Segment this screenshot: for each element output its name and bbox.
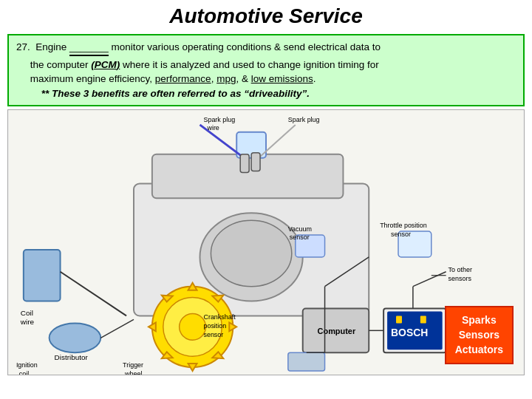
badge-line1: Sparks [455,313,503,328]
svg-text:Crankshaft: Crankshaft [203,314,236,321]
svg-text:sensor: sensor [290,233,310,241]
svg-rect-47 [420,316,426,324]
info-line4: ** These 3 benefits are often referred t… [16,86,516,101]
svg-text:sensor: sensor [203,332,223,339]
text3: where it is analyzed and used to change … [120,59,378,70]
svg-text:position: position [203,323,226,330]
svg-text:BOSCH: BOSCH [391,327,428,339]
info-line3: maximum engine efficiency, performance, … [16,72,516,86]
svg-rect-48 [288,352,325,371]
diagram-area: Coil wire Distributor Vacuum sensor Thro… [7,109,525,375]
info-box: 27. Engine _______ monitor various opera… [7,34,525,106]
blank-word: _______ [69,40,109,56]
svg-text:Computer: Computer [318,327,356,336]
svg-rect-9 [251,153,260,171]
svg-rect-8 [240,154,249,173]
text4: maximum engine efficiency, [30,73,155,84]
svg-text:Spark plug: Spark plug [288,116,320,123]
svg-point-14 [50,324,101,353]
svg-point-29 [180,314,206,341]
text5: . [313,73,316,84]
svg-point-4 [211,220,291,287]
svg-rect-10 [24,250,61,301]
svg-text:sensors: sensors [449,275,472,282]
svg-text:Distributor: Distributor [55,353,89,361]
underline-emissions: low emissions [251,73,313,84]
svg-rect-46 [396,316,402,324]
sep2: , & [236,73,250,84]
svg-text:wire: wire [20,318,35,327]
svg-text:wheel: wheel [124,370,142,375]
text2: the computer [30,59,92,70]
svg-text:Vacuum: Vacuum [288,225,312,233]
svg-text:Ignition: Ignition [16,361,38,369]
svg-text:coil: coil [19,370,29,375]
underline-performance: performance [155,73,211,84]
svg-text:sensor: sensor [391,231,411,238]
pcm-label: (PCM) [91,59,120,70]
svg-text:Throttle position: Throttle position [380,222,427,229]
info-line1: 27. Engine _______ monitor various opera… [16,40,516,56]
footnote: ** These 3 benefits are often referred t… [41,88,310,99]
badge-line2: Sensors [455,328,503,343]
svg-text:Trigger: Trigger [123,361,143,369]
page-container: Automotive Service 27. Engine _______ mo… [0,0,532,399]
svg-text:Coil: Coil [21,310,33,318]
svg-text:Spark plug: Spark plug [203,116,235,123]
badge-line3: Actuators [455,343,503,358]
sparks-badge: Sparks Sensors Actuators [445,306,514,364]
title-bar: Automotive Service [0,0,532,31]
svg-text:wire: wire [206,124,219,132]
svg-text:To other: To other [449,266,472,273]
page-title: Automotive Service [169,4,362,27]
text1: monitor various operating conditions & s… [111,41,381,52]
question-number: 27. [16,41,30,52]
underline-mpg: mpg [216,73,236,84]
info-line2: the computer (PCM) where it is analyzed … [16,58,516,72]
